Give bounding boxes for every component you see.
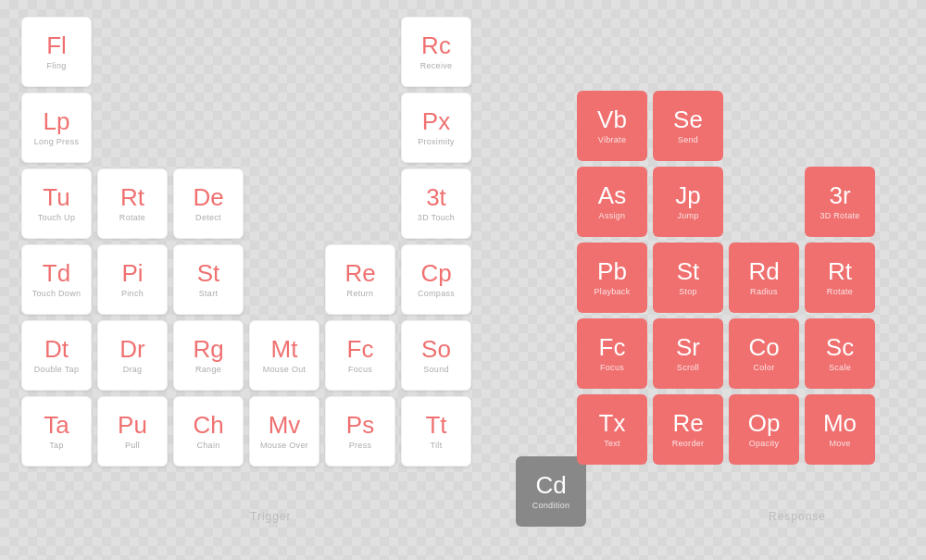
cell-label: Playback [594,287,631,296]
cell-empty [249,17,319,87]
cell-tt[interactable]: TtTilt [401,396,471,467]
cell-jp[interactable]: JpJump [653,167,723,237]
response-row: VbVibrateSeSend [574,88,878,164]
cell-abbr: Rt [828,259,852,283]
cell-dt[interactable]: DtDouble Tap [21,320,92,391]
cell-re[interactable]: ReReorder [653,394,723,465]
cell-lp[interactable]: LpLong Press [21,93,92,163]
cell-abbr: De [193,185,223,209]
cell-label: Rotate [119,213,145,222]
cell-mo[interactable]: MoMove [805,394,875,465]
cell-rg[interactable]: RgRange [173,320,244,391]
cell-3r[interactable]: 3r3D Rotate [805,167,875,237]
cell-abbr: Se [673,107,703,131]
cell-pi[interactable]: PiPinch [97,244,168,315]
trigger-row: DtDouble TapDrDragRgRangeMtMouse OutFcFo… [19,317,474,393]
cell-empty [729,91,799,161]
cell-empty [249,168,319,239]
cell-sr[interactable]: SrScroll [653,318,723,389]
cell-label: Start [199,289,219,298]
response-grid: VbVibrateSeSendAsAssignJpJump3r3D Rotate… [574,88,878,467]
cell-label: Radius [750,287,778,296]
cell-abbr: Ta [44,413,69,437]
cell-label: Focus [348,365,372,374]
cell-label: Pinch [121,289,144,298]
cell-rt[interactable]: RtRotate [805,243,875,313]
cell-label: Sound [423,365,449,374]
cell-abbr: Rt [120,185,144,209]
cell-label: Touch Down [32,289,81,298]
cell-fc[interactable]: FcFocus [577,318,647,389]
cell-mv[interactable]: MvMouse Over [249,396,319,467]
cell-label: Focus [600,363,624,372]
cell-pb[interactable]: PbPlayback [577,243,647,313]
cell-abbr: Mo [823,411,857,435]
cell-abbr: Vb [597,107,627,131]
cell-label: Stop [679,287,697,296]
cell-abbr: Tt [425,413,446,437]
cell-fl[interactable]: FlFling [21,17,92,87]
cell-vb[interactable]: VbVibrate [577,91,647,161]
cell-co[interactable]: CoColor [729,318,799,389]
cell-abbr: Cd [535,473,566,497]
cell-dr[interactable]: DrDrag [97,320,168,391]
cell-abbr: Pi [121,261,143,285]
trigger-row: FlFlingRcReceive [19,14,474,90]
cell-label: Mouse Over [260,441,308,450]
trigger-row: TaTapPuPullChChainMvMouse OverPsPressTtT… [19,393,474,469]
response-row: FcFocusSrScrollCoColorScScale [574,316,878,392]
cell-abbr: Rd [748,259,779,283]
cell-abbr: Pu [118,413,147,437]
cell-label: Tap [49,441,63,450]
cell-se[interactable]: SeSend [653,91,723,161]
cell-mt[interactable]: MtMouse Out [249,320,319,391]
cell-pu[interactable]: PuPull [97,396,168,467]
cell-tx[interactable]: TxText [577,394,647,465]
main-layout: FlFlingRcReceiveLpLong PressPxProximityT… [0,0,926,560]
cell-ps[interactable]: PsPress [325,396,395,467]
cell-abbr: Pb [597,259,627,283]
cell-label: Long Press [34,137,80,146]
cell-as[interactable]: AsAssign [577,167,647,237]
cell-abbr: Sr [676,335,700,359]
cell-fc[interactable]: FcFocus [325,320,395,391]
cell-label: Text [604,439,620,448]
cell-abbr: Lp [44,109,70,133]
cell-label: Chain [196,441,219,450]
cell-so[interactable]: SoSound [401,320,471,391]
cell-label: Reorder [672,439,705,448]
cell-abbr: Fc [599,335,626,359]
cell-ta[interactable]: TaTap [21,396,92,467]
response-row: PbPlaybackStStopRdRadiusRtRotate [574,240,878,316]
cell-label: Move [829,439,850,448]
cell-abbr: So [421,337,451,361]
cell-label: Receive [420,61,453,70]
cell-tu[interactable]: TuTouch Up [21,168,92,239]
cell-3t[interactable]: 3t3D Touch [401,168,471,239]
cell-re[interactable]: ReReturn [325,244,395,315]
cell-de[interactable]: DeDetect [173,168,244,239]
cell-label: Compass [418,289,455,298]
cell-rc[interactable]: RcReceive [401,17,471,87]
cell-label: Condition [532,501,570,510]
cell-abbr: Op [748,411,781,435]
cell-label: Send [678,135,698,144]
cell-abbr: St [677,259,700,283]
cell-abbr: Ps [346,413,374,437]
cell-px[interactable]: PxProximity [401,93,471,163]
cell-abbr: Mt [271,337,298,361]
cell-st[interactable]: StStop [653,243,723,313]
cell-td[interactable]: TdTouch Down [21,244,92,315]
cell-abbr: Re [344,261,375,285]
cell-rd[interactable]: RdRadius [729,243,799,313]
cell-cp[interactable]: CpCompass [401,244,471,315]
cell-op[interactable]: OpOpacity [729,394,799,465]
cell-sc[interactable]: ScScale [805,318,875,389]
cell-st[interactable]: StStart [173,244,244,315]
response-row: AsAssignJpJump3r3D Rotate [574,164,878,240]
cell-label: Scroll [677,363,699,372]
cell-rt[interactable]: RtRotate [97,168,168,239]
cell-ch[interactable]: ChChain [173,396,244,467]
cell-abbr: Dt [44,337,69,361]
cell-label: Drag [123,365,143,374]
